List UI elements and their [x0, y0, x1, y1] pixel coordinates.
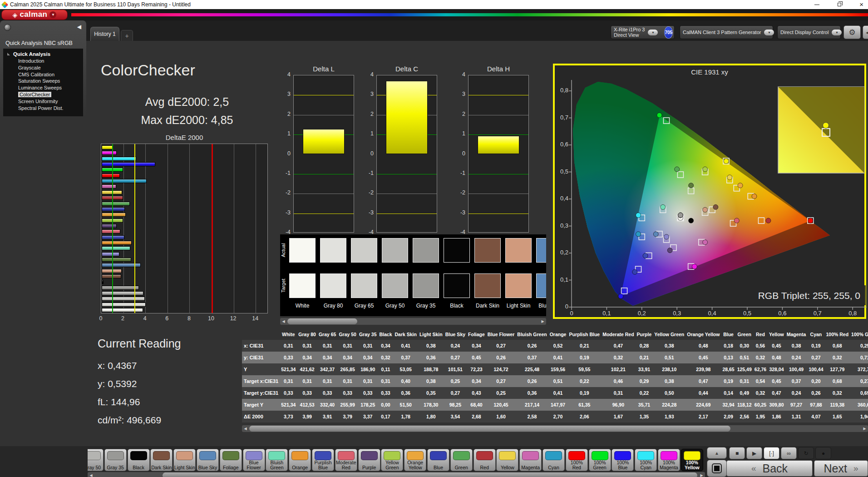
measured-marker-light-skin	[703, 207, 708, 212]
sidebar-collapse-icon[interactable]: ◀	[77, 24, 81, 30]
add-tab-button[interactable]: +	[121, 30, 133, 41]
stop-icon[interactable]: ■	[729, 447, 745, 459]
scroll-right-icon[interactable]: ▶	[698, 472, 705, 477]
pattern-button-100-yellow[interactable]: 100% Yellow	[681, 449, 703, 471]
close-icon[interactable]: ×	[859, 0, 863, 9]
tab-history-1[interactable]: History 1	[90, 27, 119, 41]
table-cell: 0,17	[378, 411, 393, 422]
pattern-button-yellow-green[interactable]: Yellow Green	[381, 449, 403, 471]
pattern-button-purple[interactable]: Purple	[358, 449, 380, 471]
pattern-button-moderate-red[interactable]: Moderate Red	[335, 449, 357, 471]
table-cell: 0,31	[736, 375, 753, 387]
gear-icon[interactable]: ⚙	[843, 25, 861, 39]
strip-expand-button[interactable]: ▲	[707, 447, 727, 459]
table-cell: 0,33	[337, 387, 358, 399]
display-control-dropdown[interactable]: Direct Display Control ▼	[777, 25, 841, 39]
pattern-button-purplish-blue[interactable]: Purplish Blue	[312, 449, 334, 471]
column-header-white: White	[280, 329, 297, 340]
swatch-row-label-actual: Actual	[281, 238, 287, 263]
table-cell: 0,38	[418, 340, 444, 352]
pattern-button-100-magenta[interactable]: 100% Magenta	[658, 449, 680, 471]
refresh-icon[interactable]: ↻	[798, 447, 814, 459]
pattern-button-gray-35[interactable]: Gray 35	[104, 449, 127, 471]
scroll-right-icon[interactable]: ▶	[539, 318, 546, 325]
pattern-button-bluish-green[interactable]: Bluish Green	[266, 449, 288, 471]
loop-icon[interactable]: ∞	[781, 447, 797, 459]
target-swatch-dark-skin	[474, 273, 501, 298]
pattern-button-green[interactable]: Green	[450, 449, 473, 471]
restore-icon[interactable]	[838, 3, 841, 6]
scroll-right-icon[interactable]: ▶	[861, 425, 868, 432]
pattern-button-orange-yellow[interactable]: Orange Yellow	[404, 449, 426, 471]
pattern-button-orange[interactable]: Orange	[289, 449, 311, 471]
gridline	[189, 144, 190, 313]
sidebar-item-introduction[interactable]: Introduction	[6, 58, 83, 65]
pattern-strip-scrollbar[interactable]: ◀ ▶	[88, 472, 705, 477]
sidebar-item-luminance-sweeps[interactable]: Luminance Sweeps	[6, 84, 83, 91]
table-cell: 101,51	[444, 363, 467, 375]
pattern-button-yellow[interactable]: Yellow	[496, 449, 518, 471]
table-cell: 0,26	[486, 352, 516, 363]
pattern-button-red[interactable]: Red	[473, 449, 496, 471]
sidebar-item-screen-uniformity[interactable]: Screen Uniformity	[6, 98, 83, 105]
scroll-left-icon[interactable]: ◀	[88, 472, 94, 477]
sidebar-item-quick-analysis-root[interactable]: Quick Analysis	[6, 51, 83, 57]
table-cell: 1,67	[601, 411, 635, 422]
pattern-button-magenta[interactable]: Magenta	[519, 449, 542, 471]
chevron-down-icon[interactable]: ▼	[832, 30, 842, 35]
scrollbar-thumb[interactable]	[287, 318, 357, 324]
measurement-table: WhiteGray 80Gray 65Gray 50Gray 35BlackDa…	[242, 329, 868, 423]
next-button[interactable]: Next »	[814, 460, 868, 477]
y-tick-label: -2	[454, 189, 465, 196]
pattern-button-blue-sky[interactable]: Blue Sky	[197, 449, 219, 471]
sidebar-item-spectral-power-dist-[interactable]: Spectral Power Dist.	[6, 105, 83, 112]
sidebar-item-cms-calibration[interactable]: CMS Calibration	[6, 71, 83, 78]
window-pattern-button[interactable]	[707, 460, 727, 477]
pattern-button-blue[interactable]: Blue	[427, 449, 449, 471]
pattern-button-dark-skin[interactable]: Dark Skin	[150, 449, 173, 471]
measured-marker-blue	[632, 269, 637, 274]
chevron-down-icon[interactable]: ▼	[764, 30, 774, 35]
pattern-button-foliage[interactable]: Foliage	[220, 449, 242, 471]
measured-marker-magenta	[703, 240, 708, 245]
pattern-button-black[interactable]: Black	[128, 449, 150, 471]
panel-collapse-icon[interactable]: ◀	[863, 25, 868, 39]
pattern-icon[interactable]: [·]	[764, 447, 779, 459]
back-button[interactable]: « Back	[726, 460, 813, 477]
sidebar-orb-button[interactable]	[4, 24, 11, 31]
pattern-button-100-red[interactable]: 100% Red	[566, 449, 588, 471]
pattern-button-gray-50[interactable]: Gray 50	[88, 449, 104, 471]
meter-badge[interactable]: 705	[664, 26, 673, 39]
sidebar-item-saturation-sweeps[interactable]: Saturation Sweeps	[6, 78, 83, 84]
pattern-label: 100% Cyan	[635, 460, 656, 470]
record-icon[interactable]: ●	[815, 447, 831, 459]
pattern-button-100-green[interactable]: 100% Green	[589, 449, 611, 471]
pattern-button-cyan[interactable]: Cyan	[542, 449, 565, 471]
play-icon[interactable]: ▶	[746, 447, 762, 459]
scroll-left-icon[interactable]: ◀	[242, 425, 249, 432]
sidebar-item-grayscale[interactable]: Grayscale	[6, 65, 83, 71]
table-scrollbar[interactable]: ◀ ▶	[242, 425, 868, 432]
calman-menu-button[interactable]: ◈ calman ▼	[1, 10, 68, 20]
scroll-left-icon[interactable]: ◀	[280, 318, 287, 325]
pattern-chip	[430, 451, 447, 460]
pattern-button-light-skin[interactable]: Light Skin	[173, 449, 196, 471]
table-cell: 127,79	[825, 363, 850, 375]
table-cell: 1,60	[486, 411, 516, 422]
pattern-generator-dropdown[interactable]: CalMAN Client 3 Pattern Generator ▼	[680, 25, 773, 39]
sidebar-item-colorchecker[interactable]: ColorChecker	[6, 91, 83, 98]
table-cell: 0,37	[394, 352, 418, 363]
pattern-button-100-cyan[interactable]: 100% Cyan	[635, 449, 657, 471]
table-cell: 224,28	[653, 399, 686, 411]
swatch-panel-scrollbar[interactable]: ◀ ▶	[280, 318, 546, 325]
scrollbar-thumb[interactable]	[249, 426, 730, 432]
column-header-dark-skin: Dark Skin	[394, 329, 418, 340]
minimize-icon[interactable]	[814, 5, 819, 5]
scrollbar-thumb[interactable]	[163, 472, 697, 477]
pattern-button-blue-flower[interactable]: Blue Flower	[243, 449, 265, 471]
pattern-button-100-blue[interactable]: 100% Blue	[612, 449, 634, 471]
meter-dropdown[interactable]: X-Rite i1Pro 3Direct View ▼ 705	[611, 25, 675, 39]
table-cell: 0,31	[280, 340, 297, 352]
chevron-down-icon[interactable]: ▼	[648, 30, 658, 35]
target-swatch-gray-50	[382, 273, 408, 298]
